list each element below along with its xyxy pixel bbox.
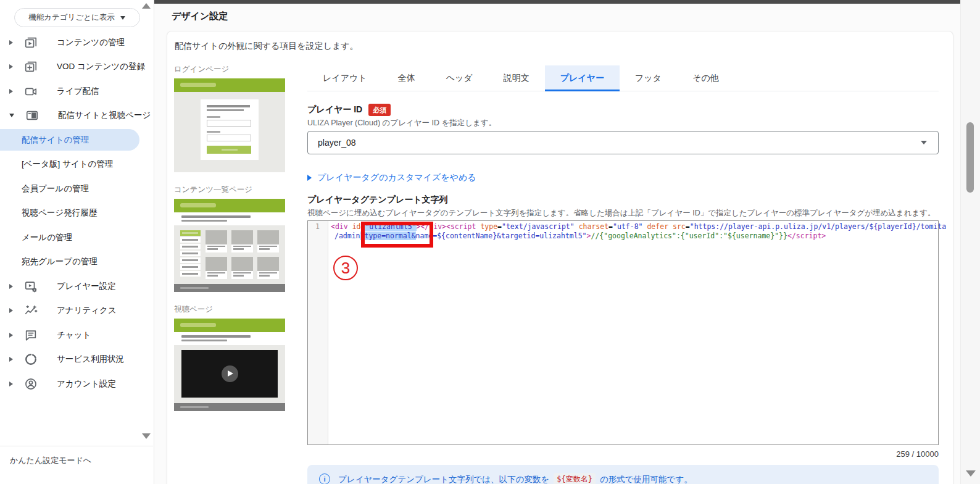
sidebar-footer: かんたん設定モードへ xyxy=(0,446,153,484)
preview-footer-bar xyxy=(174,284,285,292)
caret-right-icon[interactable] xyxy=(9,40,13,45)
sidebar-item-label: メールの管理 xyxy=(22,232,72,243)
sidebar-item-entry[interactable]: VOD コンテンツの登録 xyxy=(0,55,154,80)
sidebar-item-entry[interactable]: メールの管理 xyxy=(0,225,154,250)
sidebar-item-entry[interactable]: アナリティクス xyxy=(0,299,154,323)
watch-page-preview xyxy=(174,319,285,411)
videocam-icon xyxy=(24,85,38,98)
simple-mode-link[interactable]: かんたん設定モードへ xyxy=(10,455,91,466)
sidebar-item-entry[interactable]: 配信サイトと視聴ページ xyxy=(0,104,154,128)
category-filter-label: 機能カテゴリごとに表示 xyxy=(28,12,115,23)
main-area: デザイン設定 配信サイトの外観に関する項目を設定します。 ログインページ コンテ… xyxy=(154,0,980,484)
tab-item[interactable]: ヘッダ xyxy=(431,65,488,91)
code-token: charset xyxy=(575,222,608,231)
preview-label-list: コンテンツ一覧ページ xyxy=(174,185,285,195)
code-token: "utf-8" xyxy=(613,222,642,231)
player-id-value: player_08 xyxy=(318,138,356,148)
info-text-before: プレイヤータグテンプレート文字列では、以下の変数を xyxy=(338,474,549,484)
tab-item[interactable]: その他 xyxy=(677,65,734,91)
code-token: = xyxy=(608,222,613,231)
code-editor[interactable]: 1 <div id="ulizahtml5"></div><script typ… xyxy=(307,220,939,445)
code-token: "text/javascript" xyxy=(502,222,575,231)
content-grid-mock xyxy=(174,225,285,284)
tab-bar: レイアウト全体ヘッダ説明文プレイヤーフッタその他 xyxy=(307,65,939,91)
scrollbar-down-icon[interactable] xyxy=(966,470,976,477)
chevron-down-icon xyxy=(120,16,125,20)
sidebar-item-entry[interactable]: 会員プールの管理 xyxy=(0,177,154,201)
play-icon xyxy=(222,365,238,382)
caret-right-icon[interactable] xyxy=(9,284,13,289)
sidebar-item-label: ライブ配信 xyxy=(57,86,99,97)
player-id-label: プレイヤー ID xyxy=(307,104,362,115)
caret-right-icon[interactable] xyxy=(9,308,13,313)
code-token: <div xyxy=(331,222,348,231)
code-token: type xyxy=(476,222,497,231)
sidebar-item-label: 配信サイトと視聴ページ xyxy=(58,110,151,121)
code-token: "https://player-api.p.uliza.jp/v1/player… xyxy=(690,222,946,231)
required-badge: 必須 xyxy=(368,104,391,116)
sidebar-item-entry[interactable]: プレイヤー設定 xyxy=(0,274,154,299)
sidebar-item-label: 配信サイトの管理 xyxy=(22,135,89,146)
player-settings-icon xyxy=(24,280,38,293)
caret-right-icon[interactable] xyxy=(9,64,13,69)
top-dark-strip xyxy=(154,0,960,4)
sidebar-item-entry[interactable]: 宛先グループの管理 xyxy=(0,250,154,275)
preview-label-watch: 視聴ページ xyxy=(174,304,285,315)
sidebar-item-label: 会員プールの管理 xyxy=(22,183,89,194)
sidebar-item-entry[interactable]: ライブ配信 xyxy=(0,79,154,104)
sidebar-menu: コンテンツの管理VOD コンテンツの登録ライブ配信配信サイトと視聴ページ配信サイ… xyxy=(0,30,154,396)
caret-right-icon[interactable] xyxy=(9,89,13,94)
sidebar-scroll-down-icon[interactable] xyxy=(141,432,151,440)
sidebar-item-entry[interactable]: [ベータ版] サイトの管理 xyxy=(0,152,154,177)
sidebar-item-entry[interactable]: アカウント設定 xyxy=(0,372,154,396)
caret-down-icon[interactable] xyxy=(9,114,14,117)
tab-item[interactable]: フッタ xyxy=(620,65,677,91)
sidebar-item-label: [ベータ版] サイトの管理 xyxy=(22,159,113,170)
sidebar-item-entry[interactable]: 視聴ページ発行履歴 xyxy=(0,201,154,226)
caret-right-icon[interactable] xyxy=(9,382,13,386)
sidebar-item-label: VOD コンテンツの登録 xyxy=(57,61,145,72)
tab-active[interactable]: プレイヤー xyxy=(545,65,620,91)
sidebar-item-entry[interactable]: コンテンツの管理 xyxy=(0,30,154,55)
login-page-preview xyxy=(174,78,285,172)
code-token: = xyxy=(497,222,502,231)
caret-right-icon xyxy=(307,175,312,181)
tab-item[interactable]: 説明文 xyxy=(488,65,545,91)
caret-right-icon[interactable] xyxy=(9,333,13,338)
template-description: 視聴ページに埋め込むプレイヤータグのテンプレート文字列を指定します。省略した場合… xyxy=(307,208,936,219)
sidebar-item-entry[interactable]: サービス利用状況 xyxy=(0,348,154,372)
sidebar-scroll-up-icon[interactable] xyxy=(141,2,151,9)
scrollbar-track[interactable] xyxy=(960,0,980,484)
tab-item[interactable]: 全体 xyxy=(383,65,431,91)
variable-chip: ${変数名} xyxy=(554,473,596,484)
preview-header-bar xyxy=(174,319,285,332)
login-form-mock xyxy=(201,99,259,160)
stop-customize-link[interactable]: プレイヤータグのカスタマイズをやめる xyxy=(307,172,476,183)
code-token: </script> xyxy=(787,232,826,240)
video-library-icon xyxy=(24,36,38,49)
sidebar-item-label: サービス利用状況 xyxy=(57,354,124,365)
info-bar: i プレイヤータグテンプレート文字列では、以下の変数を ${変数名} の形式で使… xyxy=(307,465,939,484)
sidebar: 機能カテゴリごとに表示 コンテンツの管理VOD コンテンツの登録ライブ配信配信サ… xyxy=(0,0,154,484)
code-token: = xyxy=(686,222,690,231)
chevron-down-icon xyxy=(921,141,927,144)
card-description: 配信サイトの外観に関する項目を設定します。 xyxy=(175,41,359,52)
tab-item[interactable]: レイアウト xyxy=(307,65,383,91)
chat-icon xyxy=(24,328,38,342)
code-token: name=${contentName}&targetid=ulizahtml5" xyxy=(416,232,587,240)
stop-customize-label: プレイヤータグのカスタマイズをやめる xyxy=(317,172,476,183)
caret-right-icon[interactable] xyxy=(9,357,13,362)
sidebar-item-label: 宛先グループの管理 xyxy=(22,256,98,267)
player-id-select[interactable]: player_08 xyxy=(307,131,939,154)
design-settings-card: 配信サイトの外観に関する項目を設定します。 ログインページ コンテンツ一覧ページ xyxy=(167,31,953,484)
scrollbar-thumb[interactable] xyxy=(966,122,974,193)
code-token: id xyxy=(348,222,361,231)
category-filter-button[interactable]: 機能カテゴリごとに表示 xyxy=(14,8,140,27)
sidebar-item-entry[interactable]: チャット xyxy=(0,323,154,348)
sidebar-item-active[interactable]: 配信サイトの管理 xyxy=(0,128,154,152)
preview-column: ログインページ コンテンツ一覧ページ xyxy=(174,64,285,424)
sidebar-item-label: アナリティクス xyxy=(57,305,117,316)
analytics-icon xyxy=(24,304,38,317)
sidebar-item-label: 視聴ページ発行履歴 xyxy=(22,207,97,219)
preview-footer-bar xyxy=(174,403,285,411)
